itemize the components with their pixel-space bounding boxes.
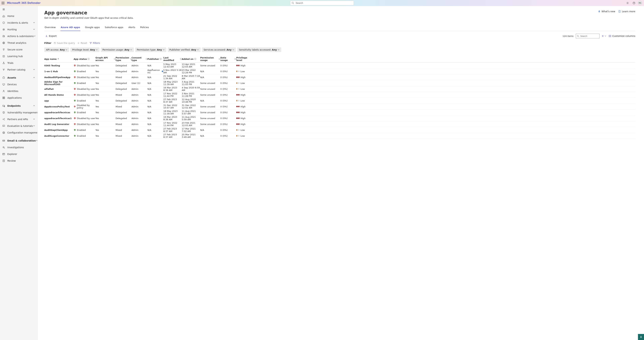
col-last-modified[interactable]: Last modified xyxy=(163,56,182,61)
vuln-icon xyxy=(2,111,5,114)
nav-item-hunting[interactable]: Hunting xyxy=(0,26,38,33)
col-publisher[interactable]: Publisher xyxy=(148,58,163,60)
nav-item-incidents-alerts[interactable]: Incidents & alerts xyxy=(0,19,38,26)
filter-pill[interactable]: Publisher verified: Any xyxy=(168,47,200,52)
nav-item-partner-catalog[interactable]: Partner catalog xyxy=(0,66,38,73)
nav-item-endpoints[interactable]: Endpoints xyxy=(0,103,38,109)
global-search[interactable] xyxy=(290,1,354,5)
cell-last-modified: 17 Nov 2022 11:44 PM xyxy=(163,122,182,127)
nav-item-label: Evaluation & tutorials xyxy=(8,125,33,127)
learn-more-button[interactable]: Learn more xyxy=(618,10,635,13)
nav-item-home[interactable]: Home xyxy=(0,13,38,19)
nav-item-evaluation-tutorials[interactable]: Evaluation & tutorials xyxy=(0,123,38,129)
feedback-button[interactable] xyxy=(638,334,644,340)
pill-label: API access: xyxy=(46,48,59,51)
filter-pill[interactable]: Privilege level: Any xyxy=(70,47,99,52)
tab-salesforce-apps[interactable]: Salesforce apps xyxy=(104,26,124,31)
tab-azure-ad-apps[interactable]: Azure AD apps xyxy=(60,26,80,31)
group-button[interactable] xyxy=(602,35,606,37)
table-row[interactable]: All Hands Demo Disabled by user Yes Mixe… xyxy=(44,92,635,98)
pill-value: Any xyxy=(272,48,277,51)
tab-overview[interactable]: Overview xyxy=(44,26,56,31)
filter-pill[interactable]: Permission type: Any xyxy=(135,47,166,52)
table-row[interactable]: AuditLogsConnector Enabled Yes Mixed Adm… xyxy=(44,133,635,139)
cell-publisher: N/A xyxy=(148,94,163,96)
nav-item-vulnerability-management[interactable]: Vulnerability management xyxy=(0,109,38,116)
settings-button[interactable] xyxy=(625,0,630,6)
nav-item-label: Trials xyxy=(8,62,14,64)
table-row[interactable]: AppAccessPolicyTest Disabled by policy Y… xyxy=(44,104,635,110)
col-consent-type[interactable]: Consent type xyxy=(132,56,148,61)
tab-policies[interactable]: Policies xyxy=(140,26,149,31)
customize-columns-button[interactable]: Customize columns xyxy=(608,35,635,37)
nav-item-email-collaboration[interactable]: Email & collaboration xyxy=(0,137,38,144)
tab-alerts[interactable]: Alerts xyxy=(128,26,136,31)
help-button[interactable] xyxy=(631,0,636,6)
table-row[interactable]: appadracarbTecnicas1 Disabled by user Ye… xyxy=(44,115,635,121)
filter-pill[interactable]: Permission usage: Any xyxy=(101,47,134,52)
filters-button[interactable]: Filters xyxy=(90,42,100,44)
table-row[interactable]: Adobe Sign for Microsoft365 Enabled Yes … xyxy=(44,80,635,86)
col-data-usage[interactable]: Data usage xyxy=(220,56,236,61)
table-row[interactable]: 1-on-1 Hub Enabled Yes Delegated Admin A… xyxy=(44,68,635,74)
col-added-on[interactable]: Added on xyxy=(182,58,200,60)
col-graph-api-access[interactable]: Graph API access xyxy=(96,56,116,61)
cell-data-usage: 0 (0%) xyxy=(220,111,236,114)
cell-data-usage: 0 (0%) xyxy=(220,117,236,120)
col-permission-type[interactable]: Permission type xyxy=(116,56,132,61)
customize-columns-label: Customize columns xyxy=(612,35,635,37)
nav-item-applications[interactable]: Applications xyxy=(0,94,38,101)
nav-item-actions-submissions[interactable]: Actions & submissions xyxy=(0,33,38,39)
nav-item-learning-hub[interactable]: Learning hub xyxy=(0,53,38,60)
nav-item-configuration-management[interactable]: Configuration management xyxy=(0,129,38,136)
nav-item-review[interactable]: Review xyxy=(0,158,38,164)
export-button[interactable]: Export xyxy=(44,35,58,37)
col-app-name[interactable]: App name xyxy=(44,58,74,60)
table-row[interactable]: appadracarbTecnicas Enabled Yes Delegate… xyxy=(44,110,635,115)
table-row[interactable]: alfalfa4 Disabled by user Yes Delegated … xyxy=(44,86,635,92)
pill-value: Any xyxy=(60,48,65,51)
cell-permission-usage: Some unused xyxy=(200,117,220,120)
cell-graph-access: Yes xyxy=(96,123,116,126)
columns-icon xyxy=(608,35,611,37)
nav-item-devices[interactable]: Devices xyxy=(0,81,38,88)
table-search-input[interactable] xyxy=(580,35,598,37)
nav-item-trials[interactable]: Trials xyxy=(0,60,38,66)
nav-item-secure-score[interactable]: Secure score xyxy=(0,46,38,53)
filter-pill[interactable]: Sensitivity labels accessed: Any xyxy=(237,47,281,52)
tab-google-apps[interactable]: Google apps xyxy=(85,26,100,31)
cell-added-on: 12 Aug 2020 10:48 PM xyxy=(182,98,200,103)
table-row[interactable]: AuditGapClientApp Enabled Yes Mixed Admi… xyxy=(44,127,635,133)
app-launcher-button[interactable] xyxy=(0,0,6,6)
table-row[interactable]: AadAuditPipelineApp Disabled by user Yes… xyxy=(44,74,635,80)
cell-app-name: appadracarbTecnicas xyxy=(44,111,74,114)
col-permission-usage[interactable]: Permission usage xyxy=(200,56,220,61)
chevron-down-icon xyxy=(232,49,234,51)
cell-data-usage: 0 (0%) xyxy=(220,82,236,84)
cell-last-modified: 27 Feb 2023 8:37 AM xyxy=(163,128,182,133)
table-row[interactable]: app Enabled Yes Delegated Admin N/A 27 F… xyxy=(44,98,635,104)
filter-pill[interactable]: API access: Any xyxy=(44,47,69,52)
whats-new-button[interactable]: What's new xyxy=(598,10,615,13)
table-row[interactable]: Audit Log Generator Disabled by user Yes… xyxy=(44,121,635,127)
col-privilege-level[interactable]: Privilege level xyxy=(236,56,252,61)
cell-last-modified: 18 May 2023 11:39 AM xyxy=(163,110,182,115)
table-search[interactable] xyxy=(576,34,600,38)
col-app-status[interactable]: App status xyxy=(74,58,96,60)
global-search-input[interactable] xyxy=(295,1,352,4)
pill-value: Any xyxy=(157,48,162,51)
filter-pill[interactable]: Services accessed: Any xyxy=(202,47,236,52)
nav-item-investigations[interactable]: Investigations xyxy=(0,144,38,151)
collapse-nav-button[interactable] xyxy=(0,6,38,13)
nav-item-threat-analytics[interactable]: Threat analytics xyxy=(0,39,38,46)
nav-item-explorer[interactable]: Explorer xyxy=(0,151,38,158)
product-title[interactable]: Microsoft 365 Defender xyxy=(6,1,40,4)
account-avatar[interactable]: RS xyxy=(638,1,642,5)
cell-permission-usage: N/A xyxy=(200,70,220,73)
nav-item-partners-and-apis[interactable]: Partners and APIs xyxy=(0,116,38,123)
nav-item-assets[interactable]: Assets xyxy=(0,74,38,81)
cell-privilege-level: High xyxy=(236,105,252,108)
nav-item-identities[interactable]: Identities xyxy=(0,88,38,94)
table-row[interactable]: 0365 Testing Disabled by user Yes Delega… xyxy=(44,63,635,68)
book-icon xyxy=(2,55,5,58)
